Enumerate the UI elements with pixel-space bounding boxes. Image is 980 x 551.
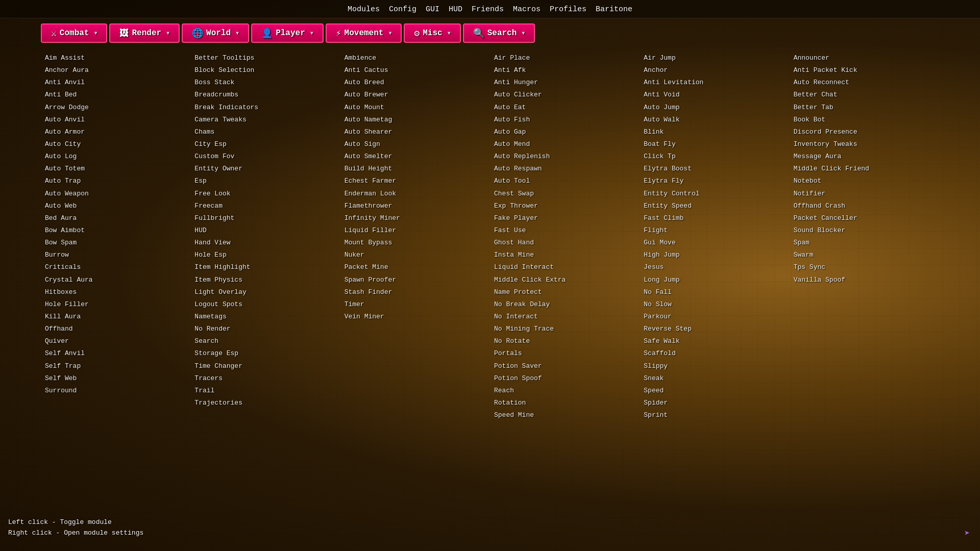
module-item[interactable]: Auto Walk — [642, 114, 787, 126]
module-item[interactable]: Scaffold — [642, 347, 787, 360]
module-item[interactable]: Parkour — [642, 311, 787, 323]
module-item[interactable]: Auto Log — [43, 151, 188, 163]
module-item[interactable]: Auto Clicker — [492, 89, 638, 101]
module-item[interactable]: Enderman Look — [342, 188, 488, 200]
tab-misc[interactable]: ⚙ Misc — [404, 23, 460, 43]
module-item[interactable]: Auto Eat — [492, 102, 638, 114]
module-item[interactable]: Better Tooltips — [192, 52, 338, 64]
module-item[interactable]: Book Bot — [792, 114, 937, 126]
module-item[interactable]: Offhand Crash — [792, 200, 937, 212]
module-item[interactable]: Liquid Filler — [342, 224, 488, 237]
module-item[interactable]: Arrow Dodge — [43, 102, 188, 114]
module-item[interactable]: Reverse Step — [642, 323, 787, 335]
module-item[interactable]: Slippy — [642, 360, 787, 372]
module-item[interactable]: Rotation — [492, 397, 638, 409]
module-item[interactable]: Bow Aimbot — [43, 224, 188, 237]
module-item[interactable]: Kill Aura — [43, 311, 188, 323]
module-item[interactable]: Mount Bypass — [342, 237, 488, 249]
module-item[interactable]: Bed Aura — [43, 212, 188, 224]
module-item[interactable]: Notebot — [792, 175, 937, 187]
module-item[interactable]: No Fall — [642, 286, 787, 298]
module-item[interactable]: Trajectories — [192, 397, 338, 409]
module-item[interactable]: Criticals — [43, 261, 188, 273]
module-item[interactable]: Tps Sync — [792, 261, 937, 273]
module-item[interactable]: Auto Replenish — [492, 151, 638, 163]
module-item[interactable]: Break Indicators — [192, 102, 338, 114]
module-item[interactable]: Time Changer — [192, 360, 338, 372]
module-item[interactable]: Blink — [642, 126, 787, 138]
nav-hud[interactable]: HUD — [445, 4, 467, 15]
module-item[interactable]: Logout Spots — [192, 298, 338, 311]
module-item[interactable]: Light Overlay — [192, 286, 338, 298]
module-item[interactable]: Tracers — [192, 372, 338, 385]
module-item[interactable]: Custom Fov — [192, 151, 338, 163]
module-item[interactable]: Sprint — [642, 409, 787, 421]
module-item[interactable]: Auto Shearer — [342, 126, 488, 138]
module-item[interactable]: Exp Thrower — [492, 200, 638, 212]
module-item[interactable]: Quiver — [43, 335, 188, 347]
tab-render[interactable]: 🖼 Render — [109, 23, 180, 43]
module-item[interactable]: Free Look — [192, 188, 338, 200]
tab-movement[interactable]: ⚡ Movement — [326, 23, 402, 43]
tab-world[interactable]: 🌐 World — [182, 23, 249, 43]
module-item[interactable]: Message Aura — [792, 151, 937, 163]
module-item[interactable]: Anchor — [642, 64, 787, 77]
tab-combat[interactable]: ⚔ Combat — [41, 23, 107, 43]
module-item[interactable]: Auto Respawn — [492, 163, 638, 175]
module-item[interactable]: Block Selection — [192, 64, 338, 77]
module-item[interactable]: No Render — [192, 323, 338, 335]
module-item[interactable]: Anti Cactus — [342, 64, 488, 77]
module-item[interactable]: Air Place — [492, 52, 638, 64]
module-item[interactable]: Potion Spoof — [492, 372, 638, 385]
module-item[interactable]: Sound Blocker — [792, 224, 937, 237]
module-item[interactable]: Nametags — [192, 311, 338, 323]
module-item[interactable]: Reach — [492, 385, 638, 397]
module-item[interactable]: Sneak — [642, 372, 787, 385]
module-item[interactable]: Middle Click Extra — [492, 274, 638, 286]
module-item[interactable]: Hitboxes — [43, 286, 188, 298]
module-item[interactable]: Liquid Interact — [492, 261, 638, 273]
module-item[interactable]: Auto Sign — [342, 138, 488, 151]
module-item[interactable]: Anti Afk — [492, 64, 638, 77]
module-item[interactable]: Fast Use — [492, 224, 638, 237]
module-item[interactable]: HUD — [192, 224, 338, 237]
module-item[interactable]: Item Highlight — [192, 261, 338, 273]
module-item[interactable]: Timer — [342, 298, 488, 311]
module-item[interactable]: Build Height — [342, 163, 488, 175]
module-item[interactable]: Surround — [43, 385, 188, 397]
module-item[interactable]: Entity Owner — [192, 163, 338, 175]
module-item[interactable]: Self Trap — [43, 360, 188, 372]
tab-search[interactable]: 🔍 Search — [463, 23, 535, 43]
module-item[interactable]: Discord Presence — [792, 126, 937, 138]
module-item[interactable]: Auto Trap — [43, 175, 188, 187]
module-item[interactable]: Anti Void — [642, 89, 787, 101]
module-item[interactable]: Auto Nametag — [342, 114, 488, 126]
module-item[interactable]: Better Tab — [792, 102, 937, 114]
module-item[interactable]: Middle Click Friend — [792, 163, 937, 175]
module-item[interactable]: Notifier — [792, 188, 937, 200]
module-item[interactable]: Echest Farmer — [342, 175, 488, 187]
module-item[interactable]: Anti Levitation — [642, 77, 787, 89]
module-item[interactable]: Hole Esp — [192, 249, 338, 261]
module-item[interactable]: Anti Hunger — [492, 77, 638, 89]
module-item[interactable]: Auto Armor — [43, 126, 188, 138]
module-item[interactable]: Self Anvil — [43, 347, 188, 360]
module-item[interactable]: Gui Move — [642, 237, 787, 249]
module-item[interactable]: Click Tp — [642, 151, 787, 163]
nav-profiles[interactable]: Profiles — [546, 4, 591, 15]
module-item[interactable]: Swarm — [792, 249, 937, 261]
module-item[interactable]: Self Web — [43, 372, 188, 385]
module-item[interactable]: No Interact — [492, 311, 638, 323]
module-item[interactable]: Entity Control — [642, 188, 787, 200]
module-item[interactable]: No Slow — [642, 298, 787, 311]
module-item[interactable]: Auto Weapon — [43, 188, 188, 200]
module-item[interactable]: Esp — [192, 175, 338, 187]
module-item[interactable]: Potion Saver — [492, 360, 638, 372]
module-item[interactable]: Infinity Miner — [342, 212, 488, 224]
module-item[interactable]: Ghost Hand — [492, 237, 638, 249]
module-item[interactable]: Hole Filler — [43, 298, 188, 311]
module-item[interactable]: Speed Mine — [492, 409, 638, 421]
module-item[interactable]: Flamethrower — [342, 200, 488, 212]
module-item[interactable]: Better Chat — [792, 89, 937, 101]
nav-gui[interactable]: GUI — [422, 4, 444, 15]
